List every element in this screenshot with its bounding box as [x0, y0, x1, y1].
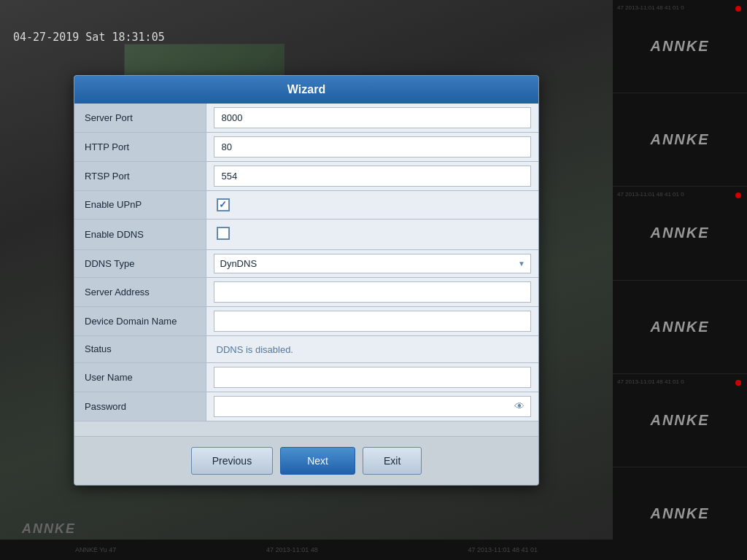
red-indicator-1 — [735, 6, 741, 12]
next-button[interactable]: Next — [280, 447, 355, 475]
exit-button[interactable]: Exit — [363, 447, 422, 475]
annke-logo-1: ANNKE — [650, 38, 709, 55]
server-port-label: Server Port — [74, 104, 206, 133]
device-domain-name-input[interactable] — [214, 311, 532, 332]
ddns-type-select[interactable]: DynDNS NO-IP HiDDNS — [214, 254, 532, 273]
panel-small-text-1: 47 2013-11:01 48 41 01 0 — [617, 4, 684, 12]
wizard-form: Server Port HTTP Port RTSP Port — [74, 104, 538, 436]
wizard-titlebar: Wizard — [74, 76, 538, 104]
ddns-type-row: DDNS Type DynDNS NO-IP HiDDNS ▼ — [74, 249, 538, 277]
red-indicator-5 — [735, 380, 741, 386]
status-row: Status DDNS is disabled. — [74, 335, 538, 362]
password-row: Password 👁 — [74, 392, 538, 421]
ddns-type-label: DDNS Type — [74, 249, 206, 277]
red-indicator-3 — [735, 192, 741, 198]
http-port-row: HTTP Port — [74, 132, 538, 161]
user-name-row: User Name — [74, 362, 538, 392]
right-panel: ANNKE 47 2013-11:01 48 41 01 0 ANNKE ANN… — [613, 0, 747, 560]
annke-logo-3: ANNKE — [650, 225, 709, 241]
password-label: Password — [74, 392, 206, 421]
server-port-input[interactable] — [214, 107, 532, 128]
device-domain-name-label: Device Domain Name — [74, 306, 206, 335]
wizard-dialog: Wizard Server Port HTTP Port — [74, 75, 539, 486]
http-port-label: HTTP Port — [74, 132, 206, 161]
user-name-label: User Name — [74, 362, 206, 392]
annke-logo-2: ANNKE — [650, 131, 709, 148]
status-value: DDNS is disabled. — [217, 344, 294, 355]
password-input[interactable] — [214, 397, 509, 416]
wizard-footer: Previous Next Exit — [74, 436, 538, 485]
device-domain-name-row: Device Domain Name — [74, 306, 538, 335]
rtsp-port-input[interactable] — [214, 166, 532, 187]
user-name-input[interactable] — [214, 367, 532, 388]
enable-upnp-row: Enable UPnP ✓ — [74, 190, 538, 219]
status-label: Status — [74, 335, 206, 362]
annke-logo-6: ANNKE — [650, 505, 709, 522]
server-address-input[interactable] — [214, 281, 532, 303]
wizard-overlay: Wizard Server Port HTTP Port — [0, 0, 613, 560]
panel-small-text-5: 47 2013-11:01 48 41 01 0 — [617, 378, 684, 385]
annke-logo-5: ANNKE — [650, 412, 709, 429]
enable-upnp-label: Enable UPnP — [74, 190, 206, 219]
rtsp-port-row: RTSP Port — [74, 161, 538, 190]
enable-ddns-checkbox[interactable] — [217, 227, 230, 240]
server-address-label: Server Address — [74, 277, 206, 306]
server-port-row: Server Port — [74, 104, 538, 133]
password-eye-icon[interactable]: 👁 — [508, 400, 530, 412]
annke-logo-4: ANNKE — [650, 319, 709, 335]
enable-ddns-label: Enable DDNS — [74, 219, 206, 249]
previous-button[interactable]: Previous — [191, 447, 273, 475]
http-port-input[interactable] — [214, 136, 532, 158]
panel-small-text-3: 47 2013-11:01 48 41 01 0 — [617, 191, 684, 198]
rtsp-port-label: RTSP Port — [74, 161, 206, 190]
server-address-row: Server Address — [74, 277, 538, 306]
enable-ddns-row: Enable DDNS — [74, 219, 538, 249]
enable-upnp-checkbox[interactable]: ✓ — [217, 198, 230, 211]
